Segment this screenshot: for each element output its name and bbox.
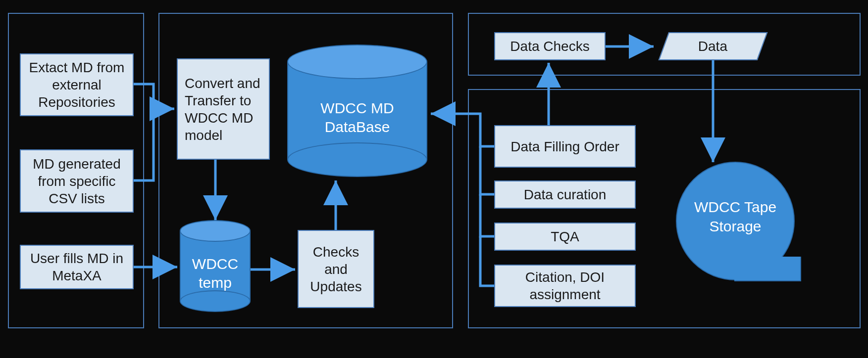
label-wdcc-temp: WDCC temp xyxy=(180,255,251,292)
label-wdcc-db: WDCC MD DataBase xyxy=(287,99,427,136)
label-tape-storage: WDCC Tape Storage xyxy=(676,197,795,236)
label-data: Data xyxy=(698,39,727,54)
box-tqa: TQA xyxy=(494,223,636,251)
box-md-generated: MD generated from specific CSV lists xyxy=(20,149,134,213)
box-checks-updates: Checks and Updates xyxy=(298,230,374,308)
box-data-curation: Data curation xyxy=(494,180,636,209)
tape-storage: WDCC Tape Storage xyxy=(676,162,802,280)
box-data: Data xyxy=(659,32,768,60)
cylinder-wdcc-db: WDCC MD DataBase xyxy=(287,45,427,177)
box-user-fills: User fills MD in MetaXA xyxy=(20,245,134,289)
box-extract-md: Extact MD from external Repositories xyxy=(20,53,134,116)
box-data-checks: Data Checks xyxy=(494,32,606,60)
box-citation-doi: Citation, DOI assignment xyxy=(494,265,636,307)
box-convert-transfer: Convert and Transfer to WDCC MD model xyxy=(177,58,270,160)
box-data-filling-order: Data Filling Order xyxy=(494,125,636,168)
cylinder-wdcc-temp: WDCC temp xyxy=(180,220,251,312)
